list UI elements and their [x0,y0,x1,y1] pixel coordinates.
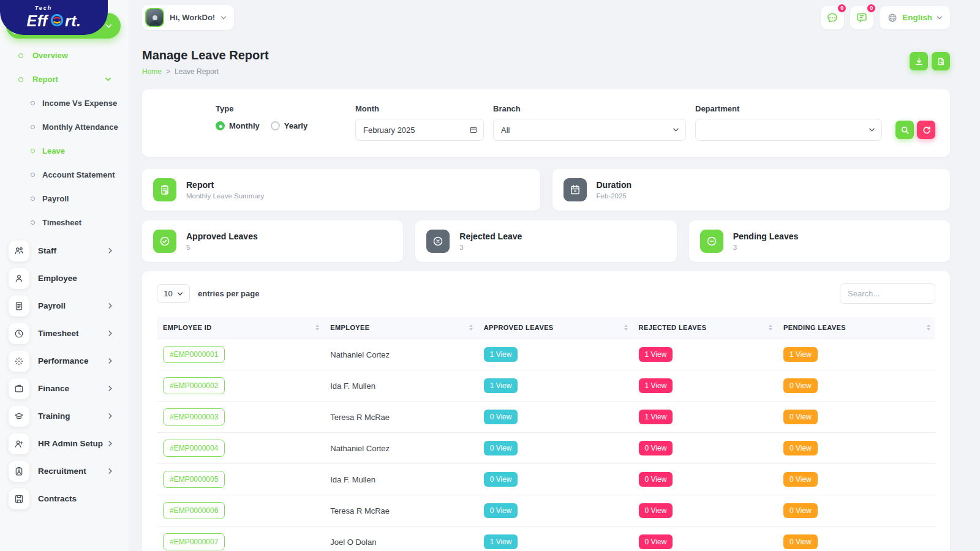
rejected-leaves-view-badge[interactable]: 1 View [639,378,673,393]
pending-leaves-view-badge[interactable]: 0 View [783,503,818,518]
sidebar-item-recruitment[interactable]: Recruitment [0,457,129,485]
rejected-leaves-view-badge[interactable]: 1 View [639,347,673,362]
column-header-employee-id[interactable]: EMPLOYEE ID [157,317,324,339]
column-header-pending-leaves[interactable]: PENDING LEAVES [777,317,935,339]
sidebar-item-account-statement[interactable]: Account Statement [0,163,129,187]
rejected-leaves-view-badge[interactable]: 0 View [639,472,673,487]
messenger-button[interactable]: 0 [821,6,844,29]
sidebar-item-hr-admin-setup[interactable]: HR Admin Setup [0,430,129,457]
user-greeting: Hi, WorkDo! [170,13,215,22]
notifications-badge: 0 [866,3,876,13]
approved-leaves-view-badge[interactable]: 1 View [484,534,518,549]
column-header-employee[interactable]: EMPLOYEE [324,317,477,339]
staff-icon [9,241,29,261]
sidebar-item-contracts[interactable]: Contracts [0,485,129,512]
sort-icon [469,324,473,331]
column-label: APPROVED LEAVES [484,324,554,331]
sidebar-item-training[interactable]: Training [0,402,129,430]
table-search-input[interactable] [840,283,935,304]
card-title: Report [186,180,264,190]
type-radio-yearly[interactable]: Yearly [271,121,307,130]
type-radio-monthly[interactable]: Monthly [216,121,260,130]
notifications-button[interactable]: 0 [850,6,873,29]
sidebar-item-performance[interactable]: Performance [0,347,129,375]
page-size-select[interactable]: 10 [157,284,190,303]
chevron-down-icon [221,15,227,20]
month-input[interactable] [355,119,484,141]
sidebar-item-monthly-attendance[interactable]: Monthly Attendance [0,115,129,139]
column-header-rejected-leaves[interactable]: REJECTED LEAVES [633,317,777,339]
type-label: Type [216,104,321,113]
pending-leaves-view-badge[interactable]: 0 View [783,410,818,424]
globe-icon [887,12,898,23]
rejected-leaves-view-badge[interactable]: 0 View [639,534,673,549]
chevron-right-icon [108,468,113,474]
sidebar-item-label: Leave [42,146,65,156]
leave-report-table: EMPLOYEE IDEMPLOYEEAPPROVED LEAVESREJECT… [157,317,935,551]
department-select[interactable] [695,119,882,141]
sidebar-item-report[interactable]: Report [0,67,129,91]
card-subtitle: Monthly Leave Summary [186,192,264,200]
pending-leaves-view-badge[interactable]: 1 View [783,347,818,362]
sort-icon [769,324,772,331]
rejected-leaves-view-badge[interactable]: 0 View [639,503,673,518]
download-report-button[interactable] [910,52,928,70]
bullet-icon [31,149,35,153]
sidebar-item-overview[interactable]: Overview [0,43,129,67]
branch-select[interactable]: All [493,119,686,141]
sidebar-item-employee[interactable]: Employee [0,264,129,292]
approved-leaves-view-badge[interactable]: 0 View [484,472,518,487]
chevron-right-icon [108,302,113,309]
table-row: #EMP0000005Ida F. Mullen0 View0 View0 Vi… [157,463,935,495]
sidebar-item-label: Contracts [38,494,77,503]
chevron-right-icon [108,440,113,447]
approved-leaves-view-badge[interactable]: 0 View [484,441,518,455]
employee-id-pill: #EMP0000004 [163,440,225,457]
table-row: #EMP0000007Joel O Dolan1 View0 View0 Vie… [157,526,935,551]
sidebar-item-timesheet[interactable]: Timesheet [0,211,129,234]
radio-label: Monthly [229,121,260,130]
approved-leaves-view-badge[interactable]: 0 View [484,503,518,518]
user-menu[interactable]: Hi, WorkDo! [142,5,234,30]
employee-name: Teresa R McRae [330,506,390,515]
pending-leaves-view-badge[interactable]: 0 View [783,472,818,487]
file-export-icon [937,57,946,66]
sidebar-item-timesheet[interactable]: Timesheet [0,320,129,347]
rejected-leaves-view-badge[interactable]: 1 View [639,410,673,424]
column-header-approved-leaves[interactable]: APPROVED LEAVES [478,317,633,339]
pending-leaves-view-badge[interactable]: 0 View [783,534,818,549]
training-icon [9,406,29,427]
table-row: #EMP0000001Nathaniel Cortez1 View1 View1… [157,339,935,370]
pending-leaves-view-badge[interactable]: 0 View [783,441,818,455]
chevron-right-icon [108,247,113,254]
avatar [145,8,164,27]
branch-label: Branch [493,104,686,113]
table-controls: 10 entries per page [157,283,935,304]
sidebar-item-staff[interactable]: Staff [0,237,129,264]
sidebar-item-leave[interactable]: Leave [0,139,129,163]
sidebar-item-income-vs-expense[interactable]: Income Vs Expense [0,91,129,115]
language-selector[interactable]: English [880,6,950,29]
rejected-leaves-view-badge[interactable]: 0 View [639,441,673,455]
sort-icon [624,324,628,331]
breadcrumb-current: Leave Report [175,67,219,76]
reset-filter-button[interactable] [917,121,935,139]
sidebar-item-label: Report [32,75,58,84]
breadcrumb-home-link[interactable]: Home [142,67,162,76]
card-value: 5 [186,244,258,251]
approved-leaves-view-badge[interactable]: 1 View [484,347,518,362]
brand-logo[interactable]: Tech Eff rt. [0,0,108,35]
sidebar-item-payroll[interactable]: Payroll [0,187,129,211]
brand-tagline: Tech [35,5,53,11]
pending-leaves-view-badge[interactable]: 0 View [783,378,818,393]
export-file-button[interactable] [932,52,950,70]
month-label: Month [355,104,484,113]
approved-leaves-card: Approved Leaves 5 [142,220,403,262]
approved-leaves-view-badge[interactable]: 0 View [484,410,518,424]
approved-leaves-view-badge[interactable]: 1 View [484,378,518,393]
apply-filter-button[interactable] [895,121,914,139]
sidebar-item-payroll[interactable]: Payroll [0,292,129,320]
sidebar-item-finance[interactable]: Finance [0,375,129,402]
check-circle-icon [153,230,176,253]
employee-id-pill: #EMP0000005 [163,471,225,488]
